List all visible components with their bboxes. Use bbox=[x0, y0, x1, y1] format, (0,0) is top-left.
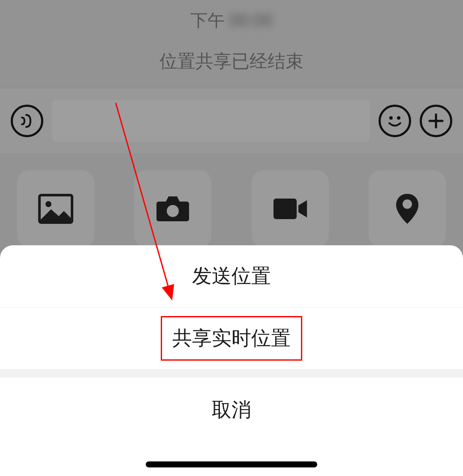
home-indicator[interactable] bbox=[146, 461, 317, 467]
cancel-label: 取消 bbox=[212, 397, 251, 423]
send-location-option[interactable]: 发送位置 bbox=[0, 245, 463, 307]
share-realtime-location-option[interactable]: 共享实时位置 bbox=[0, 307, 463, 370]
share-realtime-label: 共享实时位置 bbox=[161, 316, 302, 361]
send-location-label: 发送位置 bbox=[192, 263, 271, 289]
sheet-divider bbox=[0, 370, 463, 377]
location-action-sheet: 发送位置 共享实时位置 取消 bbox=[0, 245, 463, 476]
